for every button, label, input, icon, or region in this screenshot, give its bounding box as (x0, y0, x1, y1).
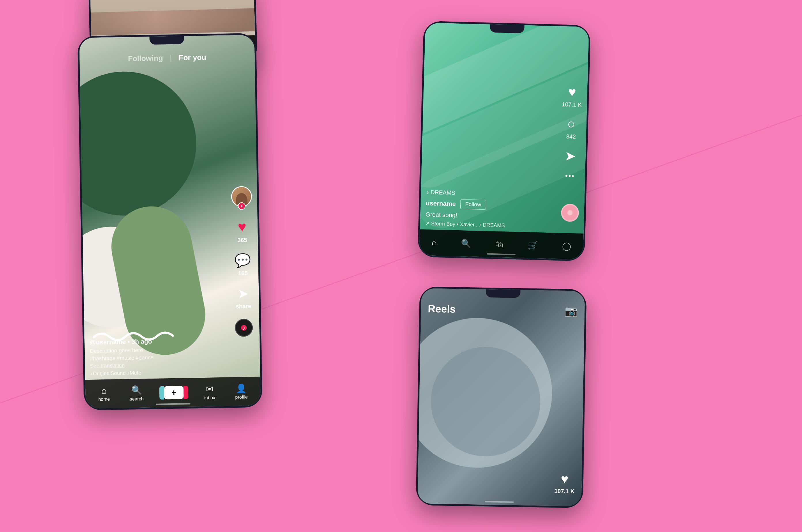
phone4-heart-icon[interactable]: ♥ (561, 472, 569, 486)
phone3-right-sidebar: ♥ 107.1 K ○ 342 ➤ ••• (560, 84, 583, 181)
foryou-tab[interactable]: For you (179, 53, 206, 62)
tiktok-right-sidebar: + ♥ 365 💬 165 ➤ share ♪ (231, 186, 254, 337)
comment-count: 165 (238, 270, 248, 277)
phone3-bag-nav[interactable]: 🛒 (527, 240, 538, 250)
camera-icon[interactable]: 📷 (565, 305, 578, 318)
phone3-more-action[interactable]: ••• (565, 172, 575, 181)
phone3-comment-count: 342 (566, 133, 576, 140)
comment-action[interactable]: 💬 165 (234, 252, 251, 277)
like-count: 365 (237, 236, 247, 244)
avatar-follow-plus[interactable]: + (238, 202, 245, 210)
tiktok2-search-nav[interactable]: 🔍 search (130, 385, 144, 402)
phone3-shop-nav[interactable]: 🛍 (495, 240, 504, 249)
following-tab[interactable]: Following (128, 54, 163, 63)
tiktok2-inbox-nav[interactable]: ✉ inbox (204, 384, 215, 400)
phone3-search-nav[interactable]: 🔍 (461, 239, 471, 248)
share-action[interactable]: ➤ share (235, 286, 251, 310)
phone4-bottom-actions: ♥ 107.1 K (554, 472, 575, 495)
phone3-song-title: Great song! (425, 211, 579, 222)
tiktok2-profile-nav[interactable]: 👤 profile (235, 383, 248, 400)
phone4-instagram-reels: Reels 📷 ♥ 107.1 K (416, 286, 586, 508)
video-description: Description goes here (90, 345, 231, 354)
phone3-like-action[interactable]: ♥ 107.1 K (562, 84, 582, 108)
reels-title: Reels (428, 303, 456, 316)
tiktok2-plus-btn[interactable]: + (163, 386, 184, 399)
video-hashtags: #hashtags #music #dance (90, 353, 231, 362)
phone3-username: username (426, 200, 456, 208)
tiktok-bottom-info: @username • 3h ago Description goes here… (90, 336, 231, 377)
tiktok2-home-nav[interactable]: ⌂ home (98, 386, 110, 402)
see-translation[interactable]: See translation (90, 360, 231, 369)
music-disc: ♪ (235, 319, 253, 337)
phone3-profile-nav[interactable]: ◯ (562, 241, 571, 251)
share-label: share (236, 303, 251, 310)
phone3-tiktok-teal: ♥ 107.1 K ○ 342 ➤ ••• ♪ DREAMS username … (417, 21, 590, 261)
like-action[interactable]: ♥ 365 (237, 218, 247, 244)
header-divider: | (170, 54, 172, 62)
phone3-home-nav[interactable]: ⌂ (432, 238, 437, 247)
phone3-follow-btn[interactable]: Follow (460, 199, 486, 210)
phone3-bottom-info: ♪ DREAMS username Follow Great song! ↗ S… (425, 189, 579, 231)
phone3-like-count: 107.1 K (562, 101, 582, 108)
phone3-comment-action[interactable]: ○ 342 (566, 116, 577, 140)
phone2-tiktok-main: Following | For you + ♥ 365 💬 (77, 33, 263, 411)
phone3-share-action[interactable]: ➤ (565, 148, 576, 164)
phone4-like-count: 107.1 K (554, 488, 575, 495)
